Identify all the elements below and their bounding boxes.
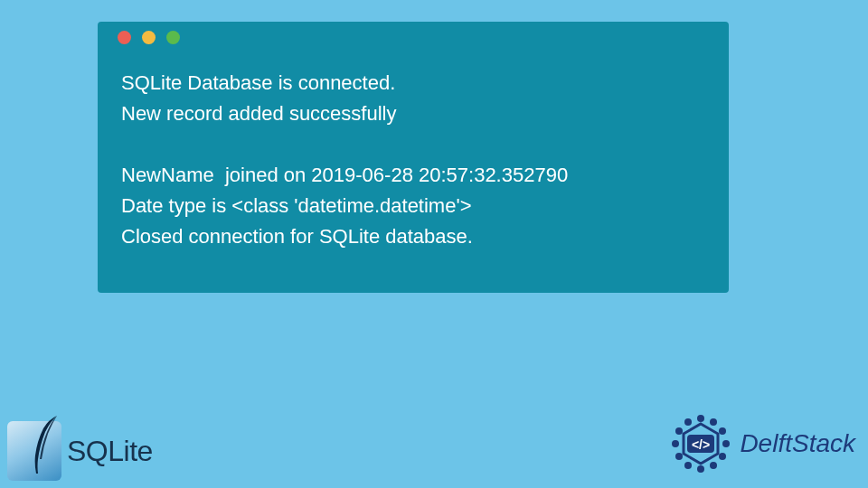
delftstack-text: DelftStack (740, 429, 855, 458)
svg-point-6 (697, 465, 704, 473)
svg-point-9 (672, 440, 679, 447)
svg-point-1 (710, 418, 717, 426)
sqlite-text: SQLite (67, 435, 153, 468)
delftstack-logo: </> DelftStack (669, 412, 855, 475)
window-controls (98, 31, 729, 44)
svg-text:</>: </> (692, 437, 710, 452)
close-icon[interactable] (118, 31, 131, 44)
feather-icon (25, 414, 61, 477)
output-line: SQLite Database is connected. (121, 68, 705, 99)
output-line: NewName joined on 2019-06-28 20:57:32.35… (121, 160, 705, 191)
delftstack-gear-icon: </> (669, 412, 732, 475)
svg-point-3 (722, 440, 730, 447)
terminal-window: SQLite Database is connected. New record… (98, 22, 729, 293)
terminal-content: SQLite Database is connected. New record… (98, 68, 729, 252)
svg-point-4 (719, 453, 726, 460)
minimize-icon[interactable] (142, 31, 156, 44)
output-line: New record added successfully (121, 99, 705, 129)
svg-point-10 (675, 427, 683, 435)
svg-point-11 (684, 418, 692, 426)
output-line: Date type is <class 'datetime.datetime'> (121, 191, 705, 221)
svg-point-0 (697, 415, 704, 422)
svg-point-8 (675, 453, 683, 460)
sqlite-box-icon (7, 421, 61, 481)
output-line: Closed connection for SQLite database. (121, 221, 705, 252)
svg-point-7 (684, 462, 692, 469)
output-blank-line (121, 129, 705, 160)
svg-point-2 (719, 427, 726, 435)
maximize-icon[interactable] (166, 31, 180, 44)
svg-point-5 (710, 462, 717, 469)
sqlite-logo: SQLite (7, 421, 153, 481)
